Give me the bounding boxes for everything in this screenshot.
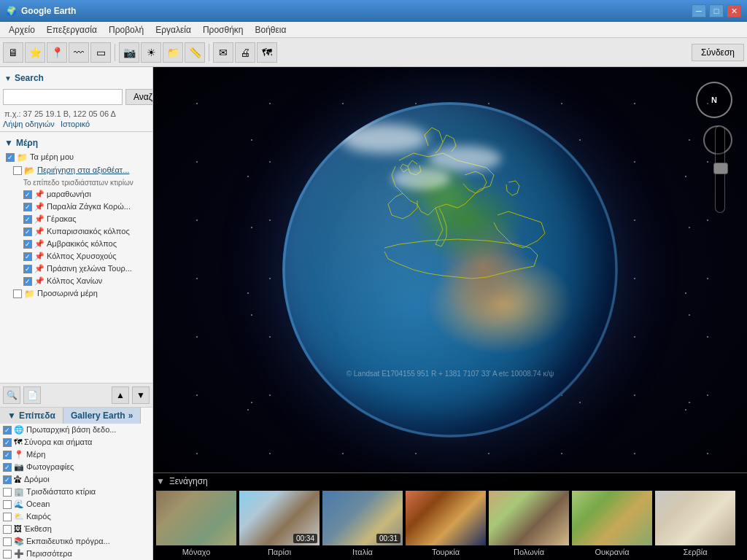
tour-thumb[interactable] bbox=[406, 491, 486, 545]
layer-item[interactable]: ✓ 🗺 Σύνορα και σήματα bbox=[0, 436, 152, 448]
tour-thumb[interactable]: 00:31 bbox=[322, 491, 403, 545]
place-checkbox[interactable]: ✓ bbox=[23, 215, 32, 224]
zoom-track[interactable] bbox=[715, 125, 725, 213]
toolbar-folder-btn[interactable]: 📁 bbox=[163, 42, 183, 63]
search-action-btn[interactable]: 🔍 bbox=[3, 386, 20, 404]
layer-label: Δρόμοι bbox=[24, 475, 50, 483]
search-button[interactable]: Αναζήτηση bbox=[125, 89, 153, 105]
close-button[interactable]: ✕ bbox=[727, 4, 741, 18]
layer-item[interactable]: ✓ 📷 Φωτογραφίες bbox=[0, 461, 152, 473]
layers-tab[interactable]: ▼ Επίπεδα bbox=[0, 408, 63, 424]
place-item[interactable]: ✓ 📌 Αμβρακικός κόλπος bbox=[3, 238, 150, 250]
toolbar-star-btn[interactable]: ⭐ bbox=[25, 42, 45, 63]
temp-places-item[interactable]: 📁 Προσωρινά μέρη bbox=[3, 287, 150, 300]
layer-item[interactable]: ✓ 🛣 Δρόμοι bbox=[0, 473, 152, 486]
place-checkbox[interactable]: ✓ bbox=[23, 203, 32, 211]
places-header[interactable]: ▼ Μέρη bbox=[3, 135, 150, 151]
place-item[interactable]: ✓ 📌 Κόλπος Χανίων bbox=[3, 275, 150, 287]
place-checkbox[interactable]: ✓ bbox=[23, 228, 32, 236]
toolbar-print-btn[interactable]: 🖨 bbox=[235, 42, 255, 63]
toolbar-sun-btn[interactable]: ☀ bbox=[141, 42, 161, 63]
up-action-btn[interactable]: ▲ bbox=[112, 386, 129, 404]
tour-item[interactable]: Μόναχο bbox=[156, 491, 236, 556]
search-section: ▼ Search Αναζήτηση π.χ.: 37 25 19.1 Β, 1… bbox=[0, 67, 152, 132]
left-panel: ▼ Search Αναζήτηση π.χ.: 37 25 19.1 Β, 1… bbox=[0, 67, 153, 560]
minimize-button[interactable]: ─ bbox=[692, 4, 706, 18]
layer-item[interactable]: ➕ Περισσότερα bbox=[0, 548, 152, 560]
main-layout: ▼ Search Αναζήτηση π.χ.: 37 25 19.1 Β, 1… bbox=[0, 67, 747, 560]
tour-thumbs: Μόναχο 00:34 Παρίσι 00:31 Ιταλία Τουρκία… bbox=[156, 491, 744, 556]
layer-item[interactable]: ✓ 🌐 Πρωταρχική βάση δεδο... bbox=[0, 424, 152, 436]
toolbar-monitor-btn[interactable]: 🖥 bbox=[3, 42, 23, 63]
maximize-button[interactable]: □ bbox=[709, 4, 724, 18]
search-input[interactable] bbox=[3, 89, 123, 105]
toolbar-path-btn[interactable]: 〰 bbox=[69, 42, 89, 63]
search-header[interactable]: ▼ Search bbox=[3, 70, 150, 86]
gallery-earth-tab[interactable]: Gallery Earth » bbox=[63, 408, 141, 424]
toolbar-shape-btn[interactable]: ▭ bbox=[90, 42, 111, 63]
tour-thumb[interactable] bbox=[489, 491, 569, 545]
tour-item[interactable]: 📂 Περιήγηση στα αξιοθέατ... bbox=[3, 164, 150, 177]
toolbar-pin-btn[interactable]: 📍 bbox=[47, 42, 67, 63]
tour-item[interactable]: 00:34 Παρίσι bbox=[239, 491, 320, 556]
toolbar-photo-btn[interactable]: 📷 bbox=[119, 42, 139, 63]
place-checkbox[interactable]: ✓ bbox=[23, 277, 32, 286]
place-item[interactable]: ✓ 📌 Γέρακας bbox=[3, 213, 150, 225]
globe-container[interactable]: N © Landsat E1704155 951 R + 1381 7107 3… bbox=[153, 67, 747, 472]
tour-thumb[interactable] bbox=[655, 491, 735, 545]
menu-help[interactable]: Βοήθεια bbox=[249, 23, 292, 36]
tour-item-label: Πολωνία bbox=[489, 548, 569, 556]
tour-thumb[interactable] bbox=[156, 491, 236, 545]
tour-item[interactable]: Πολωνία bbox=[489, 491, 569, 556]
tour-thumb[interactable]: 00:34 bbox=[239, 491, 320, 545]
globe[interactable] bbox=[282, 102, 618, 438]
place-item[interactable]: ✓ 📌 Κυπαρισσιακός κόλπος bbox=[3, 225, 150, 238]
menu-edit[interactable]: Επεξεργασία bbox=[41, 23, 103, 36]
place-label: Γέρακας bbox=[47, 214, 77, 223]
place-item[interactable]: ✓ 📌 μαραθωνήσι bbox=[3, 188, 150, 201]
my-places-checkbox[interactable]: ✓ bbox=[6, 153, 15, 162]
toolbar-measure-btn[interactable]: 📏 bbox=[185, 42, 205, 63]
menu-add[interactable]: Προσθήκη bbox=[197, 23, 249, 36]
layer-item[interactable]: ✓ 📍 Μέρη bbox=[0, 448, 152, 461]
place-item[interactable]: ✓ 📌 Πράσινη χελώνα Τουρ... bbox=[3, 262, 150, 275]
layer-icon: 📷 bbox=[14, 462, 24, 472]
folder-action-btn[interactable]: 📄 bbox=[23, 386, 41, 404]
titlebar-controls: ─ □ ✕ bbox=[692, 4, 741, 18]
place-pin-icon: 📌 bbox=[34, 264, 44, 273]
tour-thumb[interactable] bbox=[572, 491, 652, 545]
place-checkbox[interactable]: ✓ bbox=[23, 240, 32, 249]
zoom-thumb[interactable] bbox=[713, 163, 728, 174]
directions-link[interactable]: Λήψη οδηγιών bbox=[3, 120, 55, 128]
temp-places-checkbox[interactable] bbox=[13, 289, 22, 298]
place-checkbox[interactable]: ✓ bbox=[23, 265, 32, 273]
layer-item[interactable]: 🌊 Ocean bbox=[0, 498, 152, 510]
signin-button[interactable]: Σύνδεση bbox=[692, 44, 744, 61]
layer-item[interactable]: 🖼 Έκθεση bbox=[0, 523, 152, 535]
layer-item[interactable]: ⛅ Καιρός bbox=[0, 510, 152, 523]
tour-checkbox[interactable] bbox=[13, 166, 22, 175]
tour-item[interactable]: Τουρκία bbox=[406, 491, 486, 556]
tour-item[interactable]: Ουκρανία bbox=[572, 491, 652, 556]
place-checkbox[interactable]: ✓ bbox=[23, 252, 32, 261]
place-item[interactable]: ✓ 📌 Παραλία Ζάγκα Κορώ... bbox=[3, 201, 150, 213]
menu-view[interactable]: Προβολή bbox=[103, 23, 150, 36]
toolbar-email-btn[interactable]: ✉ bbox=[213, 42, 233, 63]
tour-label[interactable]: Περιήγηση στα αξιοθέατ... bbox=[37, 166, 129, 174]
place-item[interactable]: ✓ 📌 Κόλπος Χρυσοχούς bbox=[3, 250, 150, 262]
map-area[interactable]: N © Landsat E1704155 951 R + 1381 7107 3… bbox=[153, 67, 747, 560]
tour-item[interactable]: 00:31 Ιταλία bbox=[322, 491, 403, 556]
zoom-control bbox=[715, 125, 725, 213]
place-checkbox[interactable]: ✓ bbox=[23, 190, 32, 199]
tour-item-label: Παρίσι bbox=[239, 548, 320, 556]
down-action-btn[interactable]: ▼ bbox=[132, 386, 150, 404]
layer-icon: ⛅ bbox=[14, 512, 24, 521]
history-link[interactable]: Ιστορικό bbox=[61, 120, 90, 128]
layer-item[interactable]: 🏢 Τρισδιάστατο κτίρια bbox=[0, 486, 152, 498]
layer-item[interactable]: 📚 Εκπαιδευτικό πρόγρα... bbox=[0, 535, 152, 548]
menu-tools[interactable]: Εργαλεία bbox=[150, 23, 197, 36]
tour-item[interactable]: Σερβία bbox=[655, 491, 735, 556]
toolbar-map-btn[interactable]: 🗺 bbox=[257, 42, 277, 63]
menu-file[interactable]: Αρχείο bbox=[3, 23, 41, 36]
my-places-item[interactable]: ✓ 📁 Τα μέρη μου bbox=[3, 151, 150, 164]
